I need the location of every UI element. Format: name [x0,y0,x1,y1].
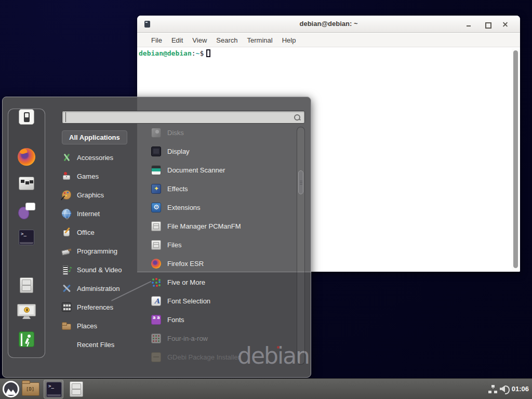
terminal-scrollbar[interactable] [512,48,520,271]
app-label: Document Scanner [167,166,225,174]
app-item[interactable]: Disks [151,123,296,142]
app-item[interactable]: Extensions [151,198,296,217]
favorite-item[interactable] [19,230,34,245]
logout-icon [19,331,34,347]
category-label: Administration [77,285,119,292]
close-icon[interactable] [500,20,510,29]
category-item[interactable]: Places [62,316,141,335]
cabinet-icon [151,221,161,231]
application-menu: debian [2,97,311,378]
extensions-icon [151,203,161,212]
internet-icon [62,209,71,218]
category-label: Accessories [77,154,113,162]
terminal-menubar: FileEditViewSearchTerminalHelp [137,33,520,47]
terminal-scrollbar-thumb[interactable] [513,50,518,268]
menubar-item[interactable]: Edit [167,35,188,46]
favorite-item[interactable] [19,331,34,347]
category-item[interactable]: Office [62,223,141,242]
search-input[interactable] [65,112,291,122]
fiveormore-icon [151,277,161,287]
search-box [62,111,305,124]
app-label: Firefox ESR [167,260,204,268]
menubar-item[interactable]: Search [211,35,242,46]
app-item[interactable]: Files [151,235,296,254]
lockscreen-icon [17,304,36,316]
terminal-icon [19,230,34,245]
volume-icon[interactable] [500,384,509,393]
fonts-icon [151,315,161,325]
app-list: Disks Display Document Scanner Effects E… [151,123,296,366]
cabinet-icon [20,277,33,293]
app-item[interactable]: Five or More [151,273,296,291]
app-item[interactable]: Effects [151,179,296,198]
games-icon [62,171,71,181]
app-item[interactable]: Font Selection [151,291,296,310]
category-label: Internet [77,210,100,218]
category-item[interactable]: Preferences [62,298,141,316]
category-item[interactable]: Sound & Video [62,260,141,279]
office-icon [62,228,71,237]
menubar-item[interactable]: Terminal [243,35,277,46]
app-item[interactable]: Firefox ESR [151,254,296,273]
category-item[interactable]: Graphics [62,185,141,204]
clock[interactable]: 01:06 [512,379,529,399]
category-item[interactable]: All Applications [62,130,127,144]
category-label: Office [77,229,95,236]
effects-icon [151,184,161,194]
prompt-separator: : [192,49,196,57]
category-label: Graphics [77,191,104,199]
menubar-item[interactable]: Help [277,35,301,46]
terminal-titlebar[interactable]: debian@debian: ~ [137,16,520,33]
category-item[interactable]: Accessories [62,148,141,167]
category-label: Recent Files [77,341,114,349]
favorite-item[interactable] [19,175,34,190]
app-item[interactable]: Display [151,142,296,161]
app-list-scrollbar[interactable] [297,127,305,365]
fourinarow-icon [151,334,161,343]
app-label: Four-in-a-row [167,335,208,342]
category-item[interactable]: Administration [62,279,141,298]
shell-prompt: debian@debian:~$ [139,49,210,57]
category-item[interactable]: Internet [62,204,141,223]
app-label: Font Selection [167,297,210,305]
text-cursor [206,49,210,57]
app-label: Files [167,241,181,249]
app-item[interactable]: Fonts [151,310,296,329]
maximize-icon[interactable] [483,20,492,29]
favorite-item[interactable] [18,203,35,219]
app-item[interactable]: GDebi Package Installer [151,348,296,366]
favorites-panel [8,109,45,358]
app-list-scrollbar-thumb[interactable] [298,170,303,194]
category-label: Sound & Video [77,266,122,274]
disks-icon [151,128,161,138]
fontselection-icon [151,296,161,306]
menu-button[interactable] [3,381,19,397]
category-item[interactable]: Programming [62,242,141,260]
category-item[interactable]: Games [62,167,141,185]
app-label: Effects [167,185,188,193]
soundvideo-icon [62,265,71,274]
favorite-item[interactable] [20,277,33,293]
pidgin-icon [18,203,35,219]
prompt-user-host: debian@debian [139,49,192,57]
category-label: Preferences [77,303,113,311]
category-label: Places [77,322,97,330]
favorite-item[interactable] [18,148,35,166]
app-item[interactable]: File Manager PCManFM [151,217,296,235]
favorite-item[interactable] [19,109,34,125]
minimize-icon[interactable] [464,20,473,29]
app-item[interactable]: Document Scanner [151,161,296,179]
files-launcher-icon[interactable] [70,381,83,397]
menubar-item[interactable]: File [147,35,167,46]
places-icon [62,321,71,330]
file-cabinet-icon [70,381,83,397]
menubar-item[interactable]: View [188,35,211,46]
network-icon[interactable] [488,385,498,393]
favorite-item[interactable] [17,304,36,316]
file-manager-launcher-icon[interactable] [22,382,39,396]
app-label: GDebi Package Installer [167,353,240,361]
category-item[interactable]: Recent Files [62,335,141,354]
shutdown-icon [19,109,34,125]
app-item[interactable]: Four-in-a-row [151,329,296,348]
terminal-taskbar-button[interactable] [44,380,63,398]
